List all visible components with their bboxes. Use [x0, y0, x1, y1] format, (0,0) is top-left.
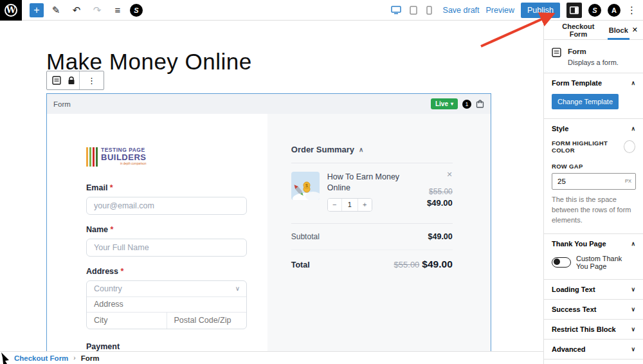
order-summary-column: Order Summary ∧ $ [267, 114, 491, 351]
store-logo: TESTING PAGE BUILDERS in depth compariso… [86, 147, 267, 167]
tools-pencil-icon[interactable]: ✎ [48, 2, 64, 19]
preview-button[interactable]: Preview [486, 6, 514, 15]
list-view-icon[interactable]: ≡ [109, 2, 126, 19]
change-template-button[interactable]: Change Template [552, 94, 619, 109]
section-restrict-block[interactable]: Restrict This Block ∨ [544, 320, 643, 339]
redo-icon: ↷ [89, 2, 105, 19]
breadcrumb-checkout-form[interactable]: Checkout Form [14, 354, 68, 362]
section-success-text[interactable]: Success Text ∨ [544, 300, 643, 319]
divider [291, 250, 453, 250]
quantity-decrease-button[interactable]: − [328, 199, 341, 211]
block-toolbar: ⋮ [46, 71, 104, 90]
cart-count-badge: 1 [462, 100, 471, 109]
block-card-description: Displays a form. [568, 59, 619, 66]
subtotal-value: $49.00 [428, 232, 453, 241]
wordpress-icon: W [5, 4, 17, 17]
total-label: Total [291, 260, 310, 269]
chevron-down-icon: ∨ [631, 346, 635, 352]
quantity-increase-button[interactable]: + [358, 199, 372, 211]
block-inserter-button[interactable]: + [30, 3, 44, 17]
row-gap-help-text: The this is the space between the rows o… [544, 190, 643, 233]
highlight-color-swatch[interactable] [624, 140, 635, 153]
subtotal-label: Subtotal [291, 232, 320, 241]
country-select[interactable]: Country ∨ [87, 281, 246, 297]
price-current: $49.00 [427, 198, 453, 208]
divider [291, 163, 453, 163]
row-gap-label: ROW GAP [544, 160, 643, 173]
quantity-value: 1 [341, 199, 358, 211]
chevron-down-icon: ∨ [631, 306, 635, 313]
tab-block[interactable]: Block [605, 21, 632, 40]
section-style[interactable]: Style ∧ [544, 119, 643, 138]
breadcrumb-separator: › [73, 354, 75, 361]
form-block[interactable]: Form Live ▾ 1 TESTI [46, 93, 491, 351]
product-thumbnail: $ [291, 172, 320, 200]
cart-icon[interactable] [476, 100, 484, 108]
wordpress-logo[interactable]: W [0, 0, 22, 21]
block-options-icon[interactable]: ⋮ [84, 76, 100, 86]
astra-settings-icon[interactable]: A [608, 4, 620, 17]
mobile-preview-icon[interactable] [425, 2, 434, 19]
custom-thank-you-toggle[interactable] [552, 257, 571, 268]
lock-icon[interactable] [68, 77, 75, 85]
chevron-down-icon: ∨ [631, 286, 635, 293]
postal-code-field[interactable] [167, 313, 247, 329]
surecart-icon[interactable]: S [130, 4, 143, 17]
settings-sidebar: Checkout Form Block ✕ Form Displays a fo… [543, 21, 643, 364]
remove-item-icon[interactable]: ✕ [447, 170, 453, 179]
highlight-color-label: FORM HIGHLIGHT COLOR [552, 140, 624, 154]
chevron-down-icon: ∨ [235, 285, 246, 292]
block-card: Form Displays a form. [544, 40, 643, 73]
breadcrumb: Checkout Form › Form [0, 351, 543, 364]
total-row: Total $55.00$49.00 [291, 259, 453, 270]
tab-checkout-form[interactable]: Checkout Form [552, 21, 605, 40]
editor-canvas: Make Money Online ⋮ Form Live ▾ 1 [0, 21, 543, 351]
required-asterisk: * [121, 267, 124, 276]
save-draft-button[interactable]: Save draft [443, 6, 480, 15]
row-gap-input[interactable] [552, 173, 636, 190]
settings-sidebar-toggle[interactable] [566, 3, 582, 18]
address-label: Address * [86, 267, 267, 276]
section-advanced[interactable]: Advanced ∨ [544, 340, 643, 359]
required-asterisk: * [110, 183, 113, 192]
chevron-down-icon: ▾ [451, 101, 453, 107]
editor-top-bar: W + ✎ ↶ ↷ ≡ S Save draft Preview Publish… [0, 0, 643, 21]
live-mode-dropdown[interactable]: Live ▾ [431, 98, 458, 109]
form-block-icon [552, 48, 561, 66]
undo-icon[interactable]: ↶ [68, 2, 85, 19]
chevron-up-icon: ∧ [631, 241, 635, 247]
logo-stripes-icon [86, 147, 98, 167]
product-name: How To Earn Money Online [327, 172, 402, 194]
required-asterisk: * [111, 225, 114, 234]
address-group: Country ∨ [86, 280, 247, 329]
close-icon[interactable]: ✕ [632, 26, 638, 34]
name-field[interactable] [86, 239, 247, 257]
breadcrumb-form[interactable]: Form [81, 354, 100, 362]
options-menu-icon[interactable]: ⋮ [627, 5, 637, 16]
chevron-up-icon: ∧ [631, 80, 635, 86]
row-gap-unit: PX [625, 178, 631, 184]
subtotal-row: Subtotal $49.00 [291, 232, 453, 241]
order-summary-toggle[interactable]: Order Summary ∧ [291, 145, 453, 154]
form-block-header: Form Live ▾ 1 [47, 94, 491, 114]
tablet-preview-icon[interactable] [408, 2, 419, 19]
line-item: $ How To Earn Money Online − 1 [291, 172, 453, 212]
price-original: $55.00 [429, 187, 453, 196]
section-loading-text[interactable]: Loading Text ∨ [544, 280, 643, 299]
section-form-template[interactable]: Form Template ∧ [544, 73, 643, 93]
logo-line2: BUILDERS [101, 153, 146, 161]
form-block-icon[interactable] [51, 73, 62, 87]
chevron-down-icon: ∨ [631, 326, 635, 332]
city-field[interactable] [87, 313, 167, 329]
block-card-title: Form [568, 48, 619, 55]
address-line-field[interactable] [87, 297, 246, 313]
desktop-preview-icon[interactable] [390, 2, 402, 19]
name-label: Name * [86, 225, 267, 234]
svg-text:$: $ [305, 183, 308, 188]
email-field[interactable] [86, 197, 247, 215]
section-thank-you-page[interactable]: Thank You Page ∧ [544, 234, 643, 253]
surecart-settings-icon[interactable]: S [588, 4, 601, 17]
logo-tagline: in depth comparison [101, 163, 146, 166]
divider [291, 223, 453, 224]
publish-button[interactable]: Publish [521, 3, 560, 18]
